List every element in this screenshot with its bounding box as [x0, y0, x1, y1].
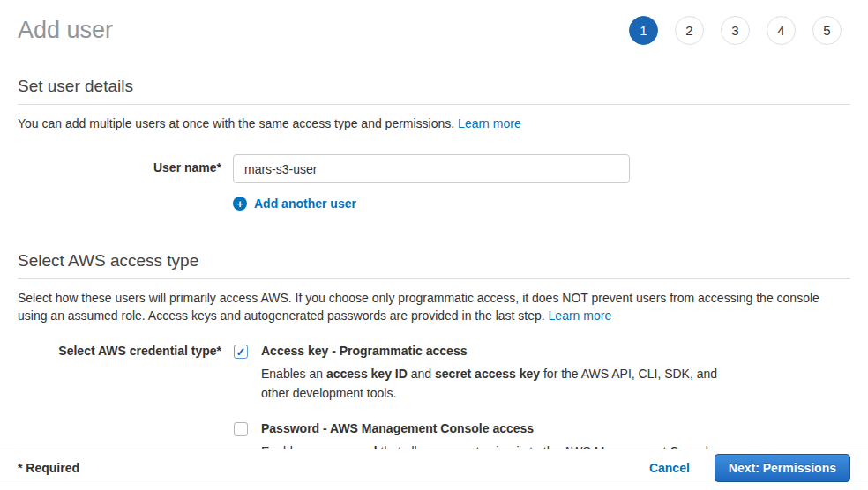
- desc-segment-bold: secret access key: [435, 367, 540, 381]
- step-circle-4: 4: [767, 16, 796, 45]
- username-control: [233, 154, 630, 183]
- cancel-button[interactable]: Cancel: [649, 461, 690, 475]
- step-circle-3: 3: [721, 16, 750, 45]
- step-circle-1: 1: [629, 16, 658, 45]
- wizard-step-indicator: 1 2 3 4 5: [629, 16, 842, 45]
- page-title: Add user: [18, 17, 113, 44]
- next-permissions-button[interactable]: Next: Permissions: [715, 454, 850, 482]
- credential-type-row: Select AWS credential type* Access key -…: [18, 344, 850, 461]
- access-key-text: Access key - Programmatic access Enables…: [261, 344, 729, 403]
- plus-circle-icon: +: [233, 197, 247, 211]
- access-key-checkbox[interactable]: [234, 345, 248, 359]
- step-circle-5: 5: [812, 16, 842, 45]
- select-access-type-description: Select how these users will primarily ac…: [18, 289, 850, 324]
- password-checkbox[interactable]: [234, 422, 248, 436]
- credential-options: Access key - Programmatic access Enables…: [234, 344, 729, 461]
- learn-more-link[interactable]: Learn more: [549, 308, 612, 323]
- description-text: You can add multiple users at once with …: [18, 116, 454, 130]
- add-another-user-button[interactable]: + Add another user: [233, 197, 356, 211]
- wizard-footer: * Required Cancel Next: Permissions: [0, 449, 868, 486]
- description-text: Select how these users will primarily ac…: [18, 291, 819, 323]
- access-key-description: Enables an access key ID and secret acce…: [261, 364, 729, 403]
- step-circle-2: 2: [675, 16, 704, 45]
- username-input[interactable]: [233, 154, 630, 183]
- username-label: User name*: [18, 154, 221, 183]
- credential-type-label: Select AWS credential type*: [18, 344, 221, 461]
- username-row: User name*: [18, 154, 850, 183]
- desc-segment-bold: access key ID: [326, 367, 408, 381]
- desc-segment: and: [408, 367, 435, 381]
- set-user-details-section: Set user details You can add multiple us…: [18, 77, 850, 211]
- password-label: Password - AWS Management Console access: [261, 421, 719, 436]
- desc-segment: Enables an: [261, 367, 326, 381]
- learn-more-link[interactable]: Learn more: [458, 116, 521, 130]
- footer-actions: Cancel Next: Permissions: [649, 454, 850, 482]
- add-another-user-label: Add another user: [254, 197, 356, 211]
- select-access-type-section: Select AWS access type Select how these …: [18, 251, 850, 461]
- option-access-key: Access key - Programmatic access Enables…: [234, 344, 729, 403]
- add-user-page: Add user 1 2 3 4 5 Set user details You …: [0, 0, 868, 461]
- page-header: Add user 1 2 3 4 5: [18, 16, 850, 45]
- set-user-details-heading: Set user details: [18, 77, 850, 105]
- set-user-details-description: You can add multiple users at once with …: [18, 115, 850, 132]
- required-note: * Required: [18, 461, 79, 475]
- select-access-type-heading: Select AWS access type: [18, 251, 850, 279]
- access-key-label: Access key - Programmatic access: [261, 344, 729, 359]
